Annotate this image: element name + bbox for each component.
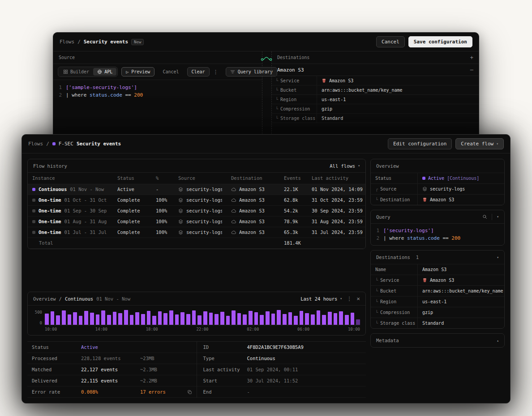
grid-icon <box>63 69 68 74</box>
save-configuration-button[interactable]: Save configuration <box>408 36 472 47</box>
table-row[interactable]: One-time01 Oct - 31 Oct Complete 100% se… <box>28 195 365 205</box>
tree-branch-icon: └ <box>375 321 378 326</box>
status-cell: Complete <box>113 227 151 238</box>
table-row[interactable]: One-time01 Jul - 31 Jul Complete 100% se… <box>28 227 365 238</box>
chevron-down-icon[interactable]: ▾ <box>497 255 499 259</box>
kebab-menu-icon[interactable]: ⋮ <box>347 296 352 302</box>
flow-type-icon <box>32 188 35 191</box>
label-text: Region <box>380 299 396 304</box>
chevron-down-icon[interactable]: ▾ <box>497 215 499 219</box>
destination-name: Amazon S3 <box>239 208 265 213</box>
instance-name: Continuous <box>65 296 93 301</box>
collapse-destination-icon[interactable]: – <box>470 67 473 73</box>
chart-bar <box>68 314 72 325</box>
flows-link[interactable]: Flows <box>28 141 43 147</box>
overview-root[interactable]: Overview <box>33 296 56 301</box>
chart-bar <box>96 314 100 325</box>
clear-button[interactable]: Clear <box>187 67 210 76</box>
close-icon[interactable]: × <box>356 295 360 302</box>
flow-history-panel: Flow history All flows ▾ Instance Status… <box>27 159 366 249</box>
code-line: 2 | where status.code == 200 <box>53 91 262 99</box>
breadcrumb-separator: / <box>77 39 81 45</box>
chart-bar <box>197 315 202 325</box>
kebab-menu-icon[interactable]: ⋮ <box>213 69 219 75</box>
editor-header-actions: Cancel Save configuration <box>376 36 472 47</box>
table-row[interactable]: One-time01 Sep - 30 Sep Complete 100% se… <box>28 205 365 216</box>
chart-bar <box>249 311 253 325</box>
destinations-title-wrap: Destinations 1 <box>376 255 419 260</box>
chevron-up-icon[interactable]: ▴ <box>497 339 499 343</box>
stat-value-text: ~2.3MB <box>140 367 157 372</box>
value-text: arn:aws:::bucket_name/key_name <box>422 289 503 293</box>
chart-bar <box>135 312 139 325</box>
label-text: Region <box>280 97 296 102</box>
destination-cell: Amazon S3 <box>227 184 279 195</box>
s3-bucket-icon <box>322 78 326 83</box>
tree-branch-icon: └ <box>375 299 378 304</box>
edit-configuration-button[interactable]: Edit configuration <box>388 138 452 149</box>
new-badge: New <box>131 39 144 45</box>
apl-code-editor[interactable]: 1 ['sample-security-logs'] 2 | where sta… <box>53 80 262 102</box>
chart-bar <box>203 311 207 325</box>
column-header-destination: Destination <box>227 173 279 184</box>
events-cell: 78.9k <box>279 216 307 227</box>
value-text: gzip <box>422 310 433 315</box>
stat-value-text: ~2.2MB <box>140 378 157 383</box>
row-label: └ Region <box>371 297 417 307</box>
chart-bar <box>317 310 321 325</box>
cloud-icon <box>231 230 236 235</box>
status-cell: Complete <box>113 195 151 205</box>
source-name: security-logs <box>186 229 222 235</box>
cancel-query-button[interactable]: Cancel <box>158 67 183 76</box>
destination-row: └ Service Amazon S3 <box>272 76 479 85</box>
row-label: └ Bucket <box>272 85 317 94</box>
empty-cell <box>307 238 365 248</box>
chart-bar <box>152 316 156 325</box>
status-mode: [Continuous] <box>447 176 479 181</box>
stat-label: End <box>197 389 247 395</box>
cancel-button[interactable]: Cancel <box>376 36 405 47</box>
instance-type: One-time <box>39 197 61 203</box>
chart-bar <box>288 312 292 325</box>
chart-bar <box>107 315 111 325</box>
play-icon: ▷ <box>126 69 129 74</box>
metadata-title: Metadata <box>376 338 399 343</box>
flow-type-icon <box>32 199 35 202</box>
all-flows-dropdown[interactable]: All flows ▾ <box>330 163 360 169</box>
source-cell: security-logs <box>174 184 227 195</box>
table-row[interactable]: One-time01 Aug - 31 Aug Complete 100% se… <box>28 216 365 227</box>
flow-history-header: Flow history All flows ▾ <box>28 159 365 173</box>
destination-row: └ Region us-east-1 <box>371 296 504 307</box>
source-name: security-logs <box>186 219 222 224</box>
stat-label: Processed <box>27 356 81 361</box>
table-header-row: Instance Status % Source Destination Eve… <box>28 173 365 184</box>
preview-button[interactable]: ▷ Preview <box>121 67 154 76</box>
tab-apl[interactable]: APL <box>93 68 116 76</box>
cloud-icon <box>231 198 236 203</box>
y-tick-label: 0 <box>40 321 42 325</box>
copy-icon[interactable] <box>187 390 192 395</box>
flow-editor-window: Flows / Security events New Cancel Save … <box>53 32 479 145</box>
time-range-dropdown[interactable]: Last 24 hours ▾ <box>300 296 342 301</box>
instance-stats-table: Status Active Processed 228,128 events ~… <box>27 341 366 398</box>
flows-link[interactable]: Flows <box>60 39 74 45</box>
stat-label: Start <box>197 378 247 383</box>
tab-builder[interactable]: Builder <box>59 68 93 76</box>
overview-summary-panel: Overview Status Active [Continuous] ┌ So… <box>370 159 505 205</box>
instance-range: 01 Oct - 31 Oct <box>64 197 107 203</box>
flow-color-icon <box>52 142 56 145</box>
chart-bar <box>271 314 275 325</box>
destination-cell: Amazon S3 <box>227 227 279 238</box>
add-destination-icon[interactable]: + <box>470 55 473 61</box>
value-text: Amazon S3 <box>430 278 454 283</box>
code-line: 1 ['security-logs'] <box>371 227 504 234</box>
open-query-icon[interactable] <box>482 214 487 219</box>
flow-type-icon <box>32 220 35 223</box>
page-title: Security events <box>84 39 128 45</box>
table-row[interactable]: Continuous01 Nov - Now Active - security… <box>28 184 365 195</box>
stat-label: Error rate <box>27 389 81 395</box>
value-text: Standard <box>422 321 444 326</box>
create-flow-button[interactable]: Create flow ▾ <box>455 138 504 149</box>
instance-cell: One-time01 Jul - 31 Jul <box>28 227 113 238</box>
flow-history-title: Flow history <box>33 163 67 169</box>
